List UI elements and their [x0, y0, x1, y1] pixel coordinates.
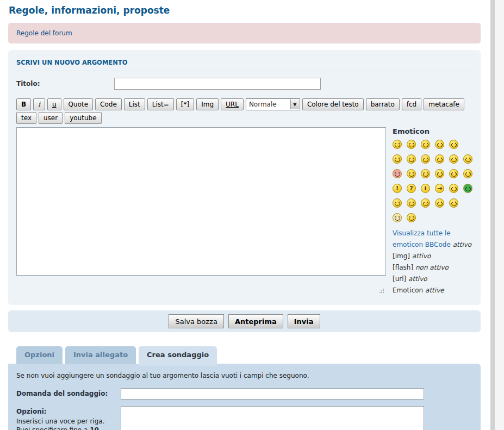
whistling-emoticon[interactable] [407, 213, 416, 222]
smile-emoticon[interactable] [407, 140, 416, 149]
list-item-button[interactable]: [*] [176, 98, 194, 110]
redface-emoticon[interactable] [393, 169, 402, 178]
smile-2-emoticon[interactable] [407, 154, 416, 164]
emoticon-state: attive [425, 286, 444, 294]
options-tabs: Opzioni Invia allegato Crea sondaggio [8, 346, 481, 364]
message-textarea[interactable] [16, 127, 386, 276]
tex-button[interactable]: tex [16, 112, 36, 124]
tab-crea-sondaggio[interactable]: Crea sondaggio [139, 346, 217, 366]
poll-options-label: Opzioni: [16, 408, 121, 415]
emoticon-row [393, 198, 472, 208]
preview-button[interactable]: Anteprima [228, 314, 283, 328]
save-draft-button[interactable]: Salva bozza [169, 314, 223, 328]
rolleyes-emoticon[interactable] [449, 169, 458, 178]
flash-state: non attivo [415, 264, 449, 271]
user-button[interactable]: user [39, 112, 63, 124]
idea-emoticon[interactable]: i [421, 184, 430, 193]
emoticon-row [393, 213, 472, 222]
whistle-emoticon[interactable] [435, 198, 444, 208]
mad-emoticon[interactable] [449, 154, 458, 164]
list-button[interactable]: List [124, 98, 145, 110]
thumbs-up-emoticon[interactable] [449, 140, 458, 149]
font-size-select[interactable]: Normale ▼ [246, 98, 300, 110]
url-tag: [url] [393, 275, 406, 283]
razz-emoticon[interactable] [463, 154, 472, 164]
quote-button[interactable]: Quote [64, 98, 93, 110]
chevron-down-icon: ▼ [290, 99, 299, 109]
topic-title-input[interactable] [114, 78, 321, 90]
resize-handle-icon[interactable] [379, 288, 384, 293]
fcd-button[interactable]: fcd [402, 98, 421, 110]
wink-emoticon[interactable] [463, 169, 472, 178]
poll-options-textarea[interactable] [121, 406, 424, 430]
neutral-emoticon[interactable] [449, 184, 458, 193]
bold-button[interactable]: B [16, 98, 31, 110]
flash-tag: [flash] [393, 264, 413, 271]
tongue-emoticon[interactable] [421, 198, 430, 208]
new-topic-panel: SCRIVI UN NUOVO ARGOMENTO Titolo: B i u … [8, 50, 481, 305]
tab-invia-allegato[interactable]: Invia allegato [65, 346, 136, 364]
img-state: attivo [412, 252, 431, 260]
poll-options-row: Opzioni: Inserisci una voce per riga. Pu… [16, 406, 472, 430]
page-content: Regole, informazioni, proposte Regole de… [8, 0, 481, 430]
poll-question-label-col: Domanda del sondaggio: [16, 388, 121, 397]
code-button[interactable]: Code [95, 98, 122, 110]
mr-green-emoticon[interactable] [463, 184, 472, 193]
twisted-evil-emoticon[interactable] [421, 169, 430, 178]
poll-hint-line2: Puoi specificare fino a [16, 426, 90, 430]
scrollbar-track[interactable] [490, 0, 504, 430]
section-divider [16, 71, 472, 71]
text-color-button[interactable]: Colore del testo [302, 98, 364, 110]
evil-emoticon[interactable] [435, 169, 444, 178]
emoticon-header: Emoticon [393, 127, 472, 135]
look-emoticon[interactable] [407, 198, 416, 208]
wave-emoticon[interactable] [449, 198, 458, 208]
url-button[interactable]: URL [221, 98, 244, 110]
underline-button[interactable]: u [47, 98, 61, 110]
forum-rules-link[interactable]: Regole del forum [16, 29, 72, 37]
arrow-emoticon[interactable]: → [435, 184, 444, 193]
grin-emoticon[interactable] [393, 140, 402, 149]
emoticon-sidebar: Emoticon !?i→ Visualizza tutte le emotic… [393, 127, 472, 296]
question-emoticon[interactable]: ? [407, 184, 416, 193]
font-size-value: Normale [249, 101, 277, 108]
ordered-list-button[interactable]: List= [147, 98, 174, 110]
scared-emoticon[interactable] [393, 213, 402, 222]
youtube-button[interactable]: youtube [65, 112, 101, 124]
editor-row: Emoticon !?i→ Visualizza tutte le emotic… [16, 127, 472, 296]
emoticon-grid: !?i→ [393, 140, 472, 222]
tab-opzioni[interactable]: Opzioni [16, 346, 63, 364]
poll-question-row: Domanda del sondaggio: [16, 388, 472, 400]
poll-max-options: 10 [90, 426, 99, 430]
exclaim-emoticon[interactable]: ! [393, 184, 402, 193]
very-happy-emoticon[interactable] [435, 140, 444, 149]
poll-question-input[interactable] [121, 388, 424, 400]
poll-intro-text: Se non vuoi aggiungere un sondaggio al t… [16, 372, 472, 379]
sad-emoticon[interactable] [421, 140, 430, 149]
flash-status-line: [flash] non attivo [393, 262, 472, 273]
scrollbar-thumb[interactable] [490, 0, 495, 430]
cool-emoticon[interactable] [421, 154, 430, 164]
strikethrough-button[interactable]: barrato [366, 98, 400, 110]
emoticon-status-line: Emoticon attive [393, 285, 472, 296]
title-label: Titolo: [16, 78, 114, 88]
bbcode-state: attivo [453, 241, 472, 248]
bbcode-faq-link[interactable]: BBCode [425, 241, 451, 248]
poll-question-label: Domanda del sondaggio: [16, 390, 108, 397]
submit-actions-bar: Salva bozza Anteprima Invia [8, 310, 481, 332]
img-status-line: [img] attivo [393, 251, 472, 262]
salut-emoticon[interactable] [393, 198, 402, 208]
eek-emoticon[interactable] [393, 154, 402, 164]
italic-button[interactable]: i [33, 98, 45, 110]
img-tag: [img] [393, 252, 410, 260]
poll-options-hint: Inserisci una voce per riga. Puoi specif… [16, 417, 121, 430]
title-field-row: Titolo: [16, 78, 472, 90]
metacafe-button[interactable]: metacafe [424, 98, 464, 110]
poll-options-label-col: Opzioni: Inserisci una voce per riga. Pu… [16, 406, 121, 430]
cry-emoticon[interactable] [407, 169, 416, 178]
lol-emoticon[interactable] [435, 154, 444, 164]
submit-button[interactable]: Invia [288, 314, 320, 328]
img-button[interactable]: Img [196, 98, 219, 110]
bbcode-status-note: Visualizza tutte le emoticon BBCode atti… [393, 228, 472, 296]
emoticon-row: !?i→ [393, 184, 472, 193]
